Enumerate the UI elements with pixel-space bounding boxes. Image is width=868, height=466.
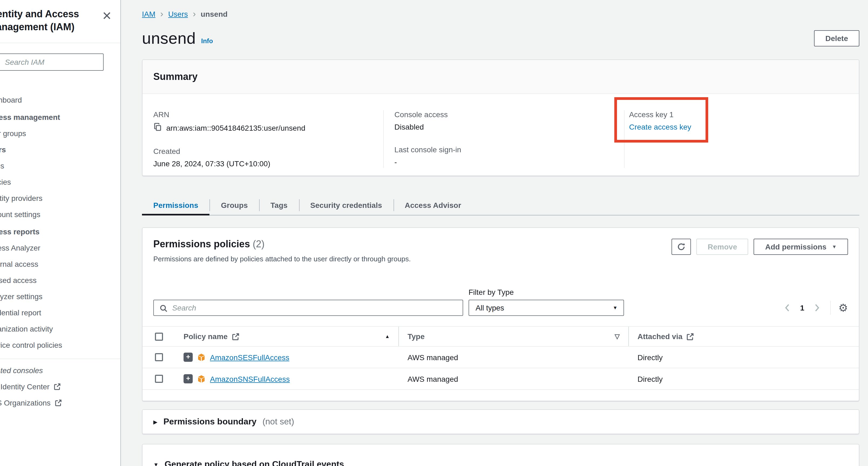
- row-checkbox[interactable]: [155, 353, 163, 361]
- policy-search-box[interactable]: [153, 300, 463, 316]
- column-header-type[interactable]: Type ▽: [399, 327, 629, 346]
- refresh-button[interactable]: [672, 239, 691, 255]
- summary-header: Summary: [143, 60, 859, 93]
- sidebar-item-aws-organizations[interactable]: AWS Organizations: [0, 398, 121, 408]
- sidebar-search-box[interactable]: [0, 54, 104, 71]
- breadcrumb: IAM › Users › unsend: [142, 10, 859, 18]
- managed-policy-icon: [197, 353, 206, 362]
- arn-value: arn:aws:iam::905418462135:user/unsend: [166, 123, 305, 132]
- sidebar-item-policies[interactable]: Policies: [0, 177, 121, 187]
- external-link-icon: [54, 399, 62, 407]
- iam-sidebar: Identity and Access Management (IAM) Das…: [0, 0, 121, 466]
- chevron-right-icon: ▶: [153, 419, 157, 425]
- sidebar-title: Identity and Access Management (IAM): [0, 7, 113, 33]
- sidebar-item-organization-activity[interactable]: Organization activity: [0, 324, 121, 334]
- last-signin-label: Last console sign-in: [394, 145, 613, 154]
- chevron-down-icon: ▼: [832, 244, 837, 249]
- expand-row-icon[interactable]: +: [184, 352, 193, 362]
- tab-bar: Permissions Groups Tags Security credent…: [142, 195, 859, 215]
- expand-row-icon[interactable]: +: [184, 374, 193, 383]
- summary-body: ARN arn:aws:iam::905418462135:user/unsen…: [143, 94, 859, 176]
- policies-table: Policy name ▲ Type ▽ Attached via: [143, 326, 859, 390]
- external-link-icon: [686, 332, 694, 340]
- sidebar-item-analyzer-settings[interactable]: Analyzer settings: [0, 291, 121, 301]
- console-access-label: Console access: [394, 110, 613, 119]
- column-header-attached-via[interactable]: Attached via: [629, 327, 859, 346]
- gear-icon[interactable]: ⚙: [838, 302, 848, 313]
- policy-type-cell: AWS managed: [399, 368, 629, 389]
- sidebar-item-external-access[interactable]: External access: [0, 259, 121, 269]
- chevron-right-icon: ›: [193, 10, 196, 18]
- summary-card: Summary ARN arn:aws:iam::905418462135:us…: [142, 59, 859, 176]
- sidebar-item-access-analyzer[interactable]: Access Analyzer: [0, 243, 121, 253]
- copy-icon[interactable]: [153, 123, 162, 133]
- breadcrumb-link-iam[interactable]: IAM: [142, 10, 155, 18]
- delete-button[interactable]: Delete: [814, 30, 859, 46]
- permissions-policies-card: Permissions policies (2) Permissions are…: [142, 227, 859, 401]
- sidebar-item-users[interactable]: Users: [0, 145, 121, 154]
- chevron-right-icon: [812, 304, 821, 312]
- tab-permissions[interactable]: Permissions: [142, 195, 210, 215]
- search-icon: [159, 304, 168, 313]
- sidebar-item-account-settings[interactable]: Account settings: [0, 210, 121, 219]
- row-checkbox[interactable]: [155, 375, 163, 383]
- breadcrumb-current: unsend: [201, 10, 228, 18]
- policy-count: (2): [253, 239, 265, 249]
- policy-search-input[interactable]: [154, 300, 463, 315]
- permissions-boundary-section[interactable]: ▶ Permissions boundary (not set): [142, 409, 859, 434]
- chevron-left-icon: [783, 304, 792, 312]
- sidebar-item-unused-access[interactable]: Unused access: [0, 275, 121, 285]
- policy-link-amazonsesfullaccess[interactable]: AmazonSESFullAccess: [210, 353, 289, 362]
- sidebar-item-identity-providers[interactable]: Identity providers: [0, 193, 121, 203]
- summary-column-console: Console access Disabled Last console sig…: [383, 110, 625, 168]
- table-row: + AmazonSESFullAccess AWS managed Direct…: [143, 347, 859, 368]
- type-filter-select[interactable]: All types ▼: [469, 300, 624, 316]
- select-all-checkbox[interactable]: [155, 332, 163, 340]
- create-access-key-link[interactable]: Create access key: [629, 123, 691, 131]
- close-icon[interactable]: [102, 11, 112, 21]
- pagination-next-button[interactable]: [811, 302, 823, 314]
- breadcrumb-link-users[interactable]: Users: [168, 10, 188, 18]
- created-value: June 28, 2024, 07:33 (UTC+10:00): [153, 159, 271, 168]
- column-header-policy-name[interactable]: Policy name ▲: [175, 327, 399, 346]
- chevron-down-icon: ▼: [153, 462, 159, 466]
- sidebar-item-user-groups[interactable]: User groups: [0, 128, 121, 138]
- sidebar-nav: Dashboard Access management User groups …: [0, 95, 121, 414]
- add-permissions-button[interactable]: Add permissions▼: [754, 239, 848, 255]
- sidebar-item-service-control-policies[interactable]: Service control policies: [0, 340, 121, 350]
- info-link[interactable]: Info: [201, 37, 213, 45]
- table-header-row: Policy name ▲ Type ▽ Attached via: [143, 326, 859, 347]
- remove-button[interactable]: Remove: [696, 239, 748, 255]
- sidebar-item-dashboard[interactable]: Dashboard: [0, 95, 121, 105]
- tab-access-advisor[interactable]: Access Advisor: [394, 195, 473, 215]
- arn-label: ARN: [153, 110, 372, 119]
- pagination-current-page[interactable]: 1: [800, 304, 805, 312]
- generate-policy-section[interactable]: ▼ Generate policy based on CloudTrail ev…: [142, 444, 859, 466]
- external-link-icon: [54, 383, 61, 391]
- page-title: unsend: [142, 29, 196, 48]
- sidebar-item-roles[interactable]: Roles: [0, 161, 121, 170]
- type-filter-value: All types: [475, 304, 504, 312]
- sort-ascending-icon[interactable]: ▲: [385, 334, 390, 339]
- sidebar-item-credential-report[interactable]: Credential report: [0, 308, 121, 317]
- policy-type-cell: AWS managed: [399, 347, 629, 368]
- managed-policy-icon: [197, 374, 206, 383]
- tab-groups[interactable]: Groups: [210, 195, 259, 215]
- last-signin-value: -: [394, 158, 397, 166]
- tab-security-credentials[interactable]: Security credentials: [299, 195, 393, 215]
- filter-caret-icon[interactable]: ▽: [615, 333, 620, 340]
- sidebar-search-input[interactable]: [0, 54, 103, 70]
- divider: [0, 43, 121, 43]
- main-content: IAM › Users › unsend unsend Info Delete …: [121, 0, 868, 466]
- attached-via-cell: Directly: [629, 368, 859, 389]
- created-label: Created: [153, 147, 372, 156]
- policy-link-amazonsnsfullaccess[interactable]: AmazonSNSFullAccess: [210, 374, 290, 383]
- refresh-icon: [677, 243, 686, 251]
- pagination-prev-button[interactable]: [782, 302, 794, 314]
- summary-column-arn: ARN arn:aws:iam::905418462135:user/unsen…: [143, 110, 383, 168]
- filter-by-type-label: Filter by Type: [469, 288, 624, 297]
- sidebar-item-iam-identity-center[interactable]: IAM Identity Center: [0, 382, 121, 392]
- sidebar-item-label: IAM Identity Center: [0, 382, 50, 392]
- related-consoles-label: Related consoles: [0, 366, 121, 375]
- tab-tags[interactable]: Tags: [259, 195, 299, 215]
